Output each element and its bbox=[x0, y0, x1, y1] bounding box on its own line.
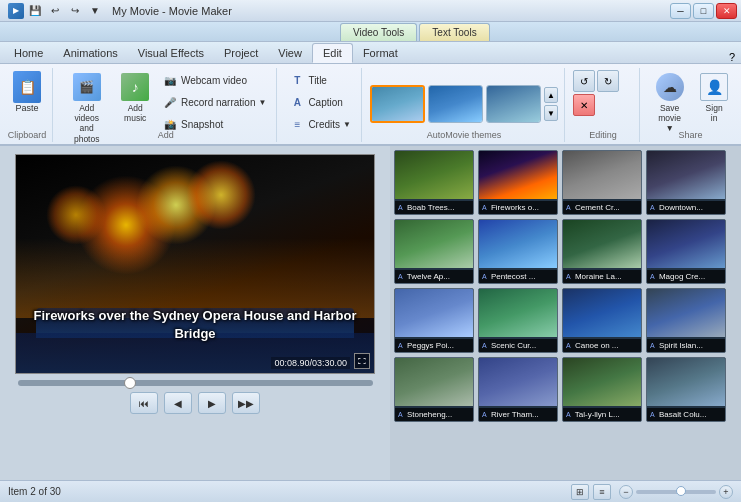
rewind-button[interactable]: ⏮ bbox=[130, 392, 158, 414]
zoom-out-button[interactable]: − bbox=[619, 485, 633, 499]
clip-thumb bbox=[395, 289, 473, 337]
app-icon: ▶ bbox=[8, 3, 24, 19]
clip-icon: A bbox=[398, 273, 403, 280]
paste-button[interactable]: 📋 Paste bbox=[8, 70, 46, 116]
caption-button[interactable]: A Caption bbox=[285, 92, 355, 112]
clip-thumb bbox=[563, 151, 641, 199]
play-button[interactable]: ▶ bbox=[198, 392, 226, 414]
clip-moraine[interactable]: A Moraine La... bbox=[562, 219, 642, 284]
theme-3[interactable] bbox=[486, 85, 541, 123]
tab-view[interactable]: View bbox=[268, 43, 312, 63]
qat-redo[interactable]: ↪ bbox=[66, 2, 84, 20]
seek-thumb[interactable] bbox=[124, 377, 136, 389]
time-display: 00:08.90/03:30.00 bbox=[271, 357, 350, 369]
clip-label: A Boab Trees... bbox=[395, 201, 473, 214]
clip-pentecost[interactable]: A Pentecost ... bbox=[478, 219, 558, 284]
webcam-video-button[interactable]: 📷 Webcam video bbox=[158, 70, 270, 90]
tab-text-tools[interactable]: Text Tools bbox=[419, 23, 489, 41]
prev-frame-button[interactable]: ◀ bbox=[164, 392, 192, 414]
video-preview: Fireworks over the Sydney Opera House an… bbox=[15, 154, 375, 374]
tab-project[interactable]: Project bbox=[214, 43, 268, 63]
clip-boab-trees[interactable]: A Boab Trees... bbox=[394, 150, 474, 215]
clip-basalt[interactable]: A Basalt Colu... bbox=[646, 357, 726, 422]
clip-icon: A bbox=[482, 342, 487, 349]
tab-format[interactable]: Format bbox=[353, 43, 408, 63]
clip-label: A Stoneheng... bbox=[395, 408, 473, 421]
clip-label: A Scenic Cur... bbox=[479, 339, 557, 352]
rotate-left-button[interactable]: ↺ bbox=[573, 70, 595, 92]
clips-panel[interactable]: A Boab Trees... A Fireworks o... A Cemen… bbox=[390, 146, 741, 480]
theme-1[interactable] bbox=[370, 85, 425, 123]
delete-button[interactable]: ✕ bbox=[573, 94, 595, 116]
window-title: My Movie - Movie Maker bbox=[112, 5, 232, 17]
tab-home[interactable]: Home bbox=[4, 43, 53, 63]
themes-scroll-down[interactable]: ▼ bbox=[544, 105, 558, 121]
microphone-icon: 🎤 bbox=[162, 94, 178, 110]
fullscreen-button[interactable]: ⛶ bbox=[354, 353, 370, 369]
clip-icon: A bbox=[650, 204, 655, 211]
tab-visual-effects[interactable]: Visual Effects bbox=[128, 43, 214, 63]
qat-menu[interactable]: ▼ bbox=[86, 2, 104, 20]
clip-thumb bbox=[563, 220, 641, 268]
clip-label: A Peggys Poi... bbox=[395, 339, 473, 352]
timeline-view-button[interactable]: ≡ bbox=[593, 484, 611, 500]
sign-in-button[interactable]: 👤 Signin bbox=[695, 70, 733, 126]
main-content: Fireworks over the Sydney Opera House an… bbox=[0, 146, 741, 480]
clip-taly[interactable]: A Tal-y-llyn L... bbox=[562, 357, 642, 422]
clip-thumb bbox=[479, 151, 557, 199]
zoom-control: − + bbox=[619, 485, 733, 499]
clip-twelve[interactable]: A Twelve Ap... bbox=[394, 219, 474, 284]
add-music-button[interactable]: ♪ Addmusic bbox=[116, 70, 154, 126]
clip-stonehenge[interactable]: A Stoneheng... bbox=[394, 357, 474, 422]
clip-icon: A bbox=[566, 204, 571, 211]
tab-edit[interactable]: Edit bbox=[312, 43, 353, 63]
help-button[interactable]: ? bbox=[723, 51, 741, 63]
text-buttons-col: T Title A Caption ≡ Credits ▼ bbox=[285, 70, 355, 134]
clip-label: A River Tham... bbox=[479, 408, 557, 421]
snapshot-button[interactable]: 📸 Snapshot bbox=[158, 114, 270, 134]
seek-bar[interactable] bbox=[18, 380, 373, 386]
firework-3 bbox=[46, 185, 106, 245]
clip-peggys[interactable]: A Peggys Poi... bbox=[394, 288, 474, 353]
minimize-button[interactable]: ─ bbox=[670, 3, 691, 19]
clip-thumb bbox=[563, 289, 641, 337]
caption-icon: A bbox=[289, 94, 305, 110]
clip-fireworks[interactable]: A Fireworks o... bbox=[478, 150, 558, 215]
zoom-slider[interactable] bbox=[636, 490, 716, 494]
qat-undo[interactable]: ↩ bbox=[46, 2, 64, 20]
record-narration-button[interactable]: 🎤 Record narration ▼ bbox=[158, 92, 270, 112]
close-button[interactable]: ✕ bbox=[716, 3, 737, 19]
maximize-button[interactable]: □ bbox=[693, 3, 714, 19]
themes-scroll-up[interactable]: ▲ bbox=[544, 87, 558, 103]
add-videos-button[interactable]: 🎬 Add videosand photos bbox=[61, 70, 112, 147]
zoom-in-button[interactable]: + bbox=[719, 485, 733, 499]
ribbon-group-add: 🎬 Add videosand photos ♪ Addmusic 📷 Webc… bbox=[55, 68, 277, 142]
themes-area: ▲ ▼ bbox=[370, 85, 558, 123]
tab-video-tools[interactable]: Video Tools bbox=[340, 23, 417, 41]
tab-animations[interactable]: Animations bbox=[53, 43, 127, 63]
qat-save[interactable]: 💾 bbox=[26, 2, 44, 20]
next-frame-button[interactable]: ▶▶ bbox=[232, 392, 260, 414]
paste-icon: 📋 bbox=[13, 73, 41, 101]
zoom-thumb[interactable] bbox=[676, 486, 686, 496]
credits-button[interactable]: ≡ Credits ▼ bbox=[285, 114, 355, 134]
clip-thames[interactable]: A River Tham... bbox=[478, 357, 558, 422]
clip-thumb bbox=[479, 289, 557, 337]
clip-label: A Fireworks o... bbox=[479, 201, 557, 214]
item-info: Item 2 of 30 bbox=[8, 486, 61, 497]
window-controls: ─ □ ✕ bbox=[670, 3, 737, 19]
clip-thumb bbox=[647, 289, 725, 337]
clip-magog[interactable]: A Magog Cre... bbox=[646, 219, 726, 284]
theme-2[interactable] bbox=[428, 85, 483, 123]
clip-spirit[interactable]: A Spirit Islan... bbox=[646, 288, 726, 353]
save-movie-button[interactable]: ☁ Savemovie ▼ bbox=[648, 70, 691, 136]
clip-downtown[interactable]: A Downtown... bbox=[646, 150, 726, 215]
ribbon-group-text: T Title A Caption ≡ Credits ▼ bbox=[279, 68, 362, 142]
clip-label: A Pentecost ... bbox=[479, 270, 557, 283]
storyboard-view-button[interactable]: ⊞ bbox=[571, 484, 589, 500]
clip-canoe[interactable]: A Canoe on ... bbox=[562, 288, 642, 353]
clip-scenic[interactable]: A Scenic Cur... bbox=[478, 288, 558, 353]
rotate-right-button[interactable]: ↻ bbox=[597, 70, 619, 92]
title-button[interactable]: T Title bbox=[285, 70, 355, 90]
clip-cement[interactable]: A Cement Cr... bbox=[562, 150, 642, 215]
